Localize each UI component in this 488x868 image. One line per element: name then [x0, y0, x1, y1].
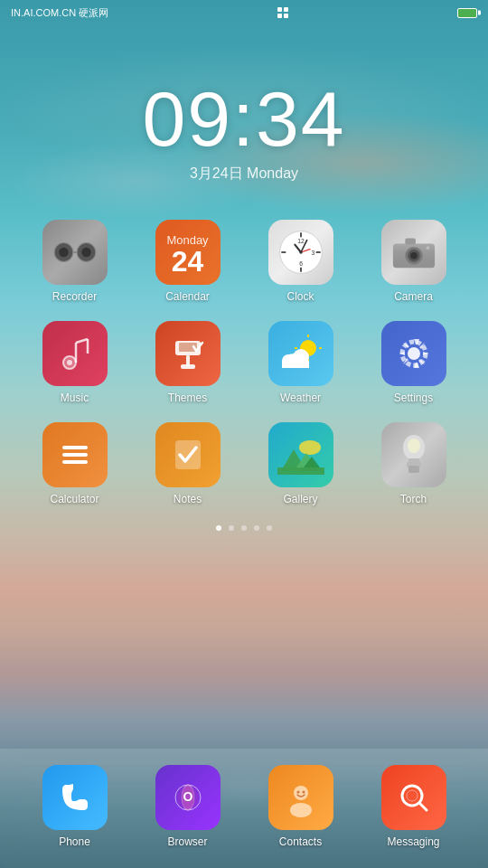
calendar-date: 24: [172, 247, 204, 276]
dot-0[interactable]: [216, 525, 221, 531]
clock-date: 3月24日 Monday: [0, 165, 488, 184]
app-settings[interactable]: Settings: [357, 312, 470, 413]
svg-point-70: [294, 786, 308, 800]
recorder-label: Recorder: [52, 290, 97, 303]
dock-phone[interactable]: Phone: [18, 756, 131, 857]
svg-point-73: [302, 791, 305, 794]
camera-label: Camera: [394, 290, 433, 303]
svg-rect-50: [62, 460, 88, 464]
settings-label: Settings: [394, 392, 433, 404]
svg-text:6: 6: [299, 260, 303, 267]
svg-text:3: 3: [311, 250, 314, 256]
weather-icon: [268, 321, 333, 386]
svg-rect-1: [284, 7, 288, 12]
app-clock[interactable]: 12 3 6 Clock: [244, 211, 357, 312]
torch-icon: [381, 422, 446, 487]
calculator-label: Calculator: [50, 493, 99, 505]
status-bar: IN.AI.COM.CN 硬派网: [0, 0, 488, 25]
music-icon: [42, 321, 108, 386]
svg-rect-48: [62, 446, 88, 449]
themes-label: Themes: [168, 392, 207, 404]
clock-icon: 12 3 6: [268, 220, 333, 285]
app-recorder[interactable]: Recorder: [18, 211, 131, 312]
notes-label: Notes: [174, 493, 202, 505]
svg-rect-62: [408, 466, 419, 473]
status-right: [457, 8, 477, 18]
status-center: [276, 5, 290, 20]
svg-rect-36: [181, 364, 195, 369]
calendar-label: Calendar: [165, 290, 210, 303]
svg-point-53: [299, 440, 321, 455]
weather-label: Weather: [280, 392, 321, 404]
app-weather[interactable]: Weather: [244, 312, 357, 413]
gallery-icon: [268, 422, 333, 487]
app-gallery[interactable]: Gallery: [244, 413, 357, 514]
phone-icon: [42, 765, 108, 830]
svg-line-75: [419, 803, 427, 810]
dock: Phone O Browser: [0, 749, 488, 868]
svg-rect-26: [405, 239, 416, 245]
svg-point-65: [408, 439, 420, 453]
clock-label: Clock: [286, 290, 314, 303]
svg-text:O: O: [183, 789, 192, 804]
svg-point-25: [410, 252, 418, 259]
messaging-label: Messaging: [387, 835, 439, 848]
dot-3[interactable]: [254, 525, 259, 531]
themes-icon: [155, 321, 221, 386]
svg-point-46: [408, 347, 420, 360]
svg-point-7: [81, 248, 90, 257]
app-grid-row1: Recorder Monday 24 Calendar 12 3: [0, 184, 488, 514]
svg-point-5: [59, 248, 68, 257]
clock-time: 09:34: [0, 80, 488, 157]
calculator-icon: [42, 422, 108, 487]
browser-icon: O: [155, 765, 221, 830]
browser-label: Browser: [167, 835, 207, 848]
svg-text:12: 12: [297, 238, 305, 244]
clock-area: 09:34 3月24日 Monday: [0, 25, 488, 184]
svg-rect-0: [277, 7, 282, 12]
dot-2[interactable]: [241, 525, 247, 531]
dock-messaging[interactable]: Messaging: [357, 756, 470, 857]
carrier-text: IN.AI.COM.CN 硬派网: [11, 6, 108, 20]
settings-icon: [381, 321, 446, 386]
dock-browser[interactable]: O Browser: [131, 756, 244, 857]
svg-rect-57: [277, 467, 324, 475]
svg-point-29: [67, 360, 72, 365]
contacts-icon: [268, 765, 333, 830]
svg-point-27: [426, 246, 429, 250]
svg-point-72: [296, 791, 299, 794]
svg-point-71: [290, 803, 312, 817]
gallery-label: Gallery: [283, 493, 317, 505]
svg-rect-45: [282, 361, 309, 368]
app-notes[interactable]: Notes: [131, 413, 244, 514]
app-calendar[interactable]: Monday 24 Calendar: [131, 211, 244, 312]
calendar-icon: Monday 24: [155, 220, 221, 285]
page-dots: [0, 514, 488, 542]
app-camera[interactable]: Camera: [357, 211, 470, 312]
torch-label: Torch: [400, 493, 427, 505]
camera-icon: [381, 220, 446, 285]
music-label: Music: [61, 392, 89, 404]
messaging-icon: [381, 765, 446, 830]
status-carrier: IN.AI.COM.CN 硬派网: [11, 6, 108, 20]
dot-1[interactable]: [229, 525, 234, 531]
svg-point-20: [299, 250, 302, 253]
app-torch[interactable]: Torch: [357, 413, 470, 514]
contacts-label: Contacts: [279, 835, 322, 848]
dot-4[interactable]: [267, 525, 272, 531]
svg-rect-49: [62, 453, 88, 457]
svg-line-31: [76, 339, 88, 343]
battery-icon: [457, 8, 477, 18]
recorder-icon: [42, 220, 108, 285]
app-music[interactable]: Music: [18, 312, 131, 413]
svg-rect-3: [284, 14, 288, 18]
svg-rect-2: [277, 14, 282, 18]
app-calculator[interactable]: Calculator: [18, 413, 131, 514]
dock-contacts[interactable]: Contacts: [244, 756, 357, 857]
app-themes[interactable]: Themes: [131, 312, 244, 413]
blackberry-icon: [276, 5, 290, 20]
svg-point-76: [407, 790, 418, 801]
phone-label: Phone: [59, 835, 90, 848]
notes-icon: [155, 422, 221, 487]
